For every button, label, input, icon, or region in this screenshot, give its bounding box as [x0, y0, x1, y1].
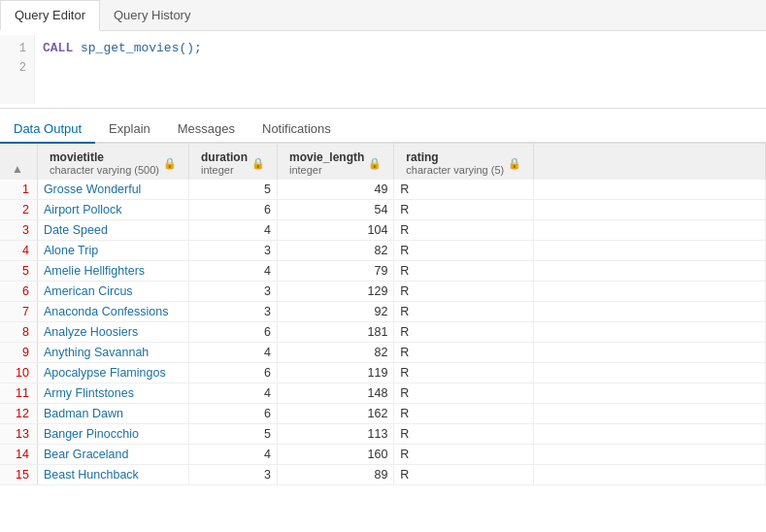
- cell-duration: 3: [189, 282, 278, 302]
- cell-empty: [534, 465, 766, 485]
- cell-movietitle[interactable]: American Circus: [37, 282, 188, 302]
- code-editor[interactable]: CALL sp_get_movies();: [35, 35, 766, 104]
- table-row[interactable]: 13Banger Pinocchio5113R: [0, 424, 766, 445]
- cell-movietitle[interactable]: Alone Trip: [37, 241, 188, 261]
- th-row-num: ▲: [0, 144, 37, 180]
- lock-icon-duration: 🔒: [251, 157, 265, 170]
- cell-duration: 6: [189, 404, 278, 424]
- cell-movietitle[interactable]: Beast Hunchback: [37, 465, 188, 485]
- cell-empty: [534, 261, 766, 282]
- cell-movie-length: 82: [278, 343, 394, 363]
- cell-row-num: 11: [0, 383, 37, 404]
- cell-movie-length: 181: [278, 322, 394, 343]
- cell-movie-length: 119: [278, 363, 394, 383]
- cell-duration: 3: [189, 302, 278, 322]
- tab-query-history[interactable]: Query History: [100, 0, 204, 31]
- cell-rating: R: [394, 322, 534, 343]
- cell-empty: [534, 404, 766, 424]
- cell-movie-length: 92: [278, 302, 394, 322]
- cell-movietitle[interactable]: Bear Graceland: [37, 445, 188, 465]
- table-row[interactable]: 11Army Flintstones4148R: [0, 383, 766, 404]
- table-row[interactable]: 3Date Speed4104R: [0, 220, 766, 241]
- data-output-table-container: ▲ movietitle character varying (500) 🔒: [0, 144, 766, 532]
- cell-movietitle[interactable]: Anything Savannah: [37, 343, 188, 363]
- sort-icon: ▲: [12, 162, 23, 176]
- cell-movietitle[interactable]: Banger Pinocchio: [37, 424, 188, 445]
- cell-movietitle[interactable]: Anaconda Confessions: [37, 302, 188, 322]
- cell-row-num: 14: [0, 445, 37, 465]
- top-tab-bar: Query Editor Query History: [0, 0, 766, 31]
- cell-rating: R: [394, 343, 534, 363]
- th-rating[interactable]: rating character varying (5) 🔒: [394, 144, 534, 180]
- code-line-1: CALL sp_get_movies();: [43, 39, 758, 58]
- th-movie-length-type: integer: [289, 164, 364, 176]
- cell-movietitle[interactable]: Analyze Hoosiers: [37, 322, 188, 343]
- cell-rating: R: [394, 404, 534, 424]
- cell-empty: [534, 424, 766, 445]
- table-row[interactable]: 12Badman Dawn6162R: [0, 404, 766, 424]
- tab-data-output[interactable]: Data Output: [0, 116, 95, 144]
- th-movietitle[interactable]: movietitle character varying (500) 🔒: [37, 144, 188, 180]
- th-duration[interactable]: duration integer 🔒: [189, 144, 278, 180]
- cell-rating: R: [394, 302, 534, 322]
- table-row[interactable]: 4Alone Trip382R: [0, 241, 766, 261]
- table-row[interactable]: 1Grosse Wonderful549R: [0, 180, 766, 200]
- cell-row-num: 1: [0, 180, 37, 200]
- cell-row-num: 5: [0, 261, 37, 282]
- cell-rating: R: [394, 383, 534, 404]
- cell-duration: 5: [189, 424, 278, 445]
- cell-row-num: 10: [0, 363, 37, 383]
- table-row[interactable]: 7Anaconda Confessions392R: [0, 302, 766, 322]
- keyword-call: CALL: [43, 41, 73, 55]
- cell-movietitle[interactable]: Badman Dawn: [37, 404, 188, 424]
- cell-row-num: 12: [0, 404, 37, 424]
- bottom-tab-bar: Data Output Explain Messages Notificatio…: [0, 109, 766, 144]
- table-row[interactable]: 8Analyze Hoosiers6181R: [0, 322, 766, 343]
- cell-row-num: 15: [0, 465, 37, 485]
- table-row[interactable]: 2Airport Pollock654R: [0, 200, 766, 220]
- cell-movie-length: 49: [278, 180, 394, 200]
- cell-empty: [534, 445, 766, 465]
- tab-explain[interactable]: Explain: [95, 116, 164, 144]
- cell-movie-length: 148: [278, 383, 394, 404]
- tab-notifications[interactable]: Notifications: [249, 116, 345, 144]
- cell-empty: [534, 322, 766, 343]
- table-row[interactable]: 9Anything Savannah482R: [0, 343, 766, 363]
- lock-icon-movietitle: 🔒: [163, 157, 177, 170]
- cell-empty: [534, 363, 766, 383]
- table-row[interactable]: 6American Circus3129R: [0, 282, 766, 302]
- cell-movietitle[interactable]: Amelie Hellfighters: [37, 261, 188, 282]
- cell-duration: 6: [189, 363, 278, 383]
- cell-movietitle[interactable]: Airport Pollock: [37, 200, 188, 220]
- tab-messages[interactable]: Messages: [164, 116, 249, 144]
- cell-empty: [534, 220, 766, 241]
- editor-area: 1 2 CALL sp_get_movies();: [0, 31, 766, 109]
- cell-duration: 4: [189, 343, 278, 363]
- table-row[interactable]: 5Amelie Hellfighters479R: [0, 261, 766, 282]
- cell-movietitle[interactable]: Grosse Wonderful: [37, 180, 188, 200]
- cell-movietitle[interactable]: Date Speed: [37, 220, 188, 241]
- th-movie-length-name: movie_length: [289, 150, 364, 164]
- cell-duration: 3: [189, 241, 278, 261]
- cell-movie-length: 129: [278, 282, 394, 302]
- th-rating-name: rating: [406, 150, 504, 164]
- line-numbers: 1 2: [0, 35, 35, 104]
- cell-rating: R: [394, 241, 534, 261]
- cell-movietitle[interactable]: Apocalypse Flamingos: [37, 363, 188, 383]
- cell-movietitle[interactable]: Army Flintstones: [37, 383, 188, 404]
- cell-row-num: 4: [0, 241, 37, 261]
- table-body: 1Grosse Wonderful549R2Airport Pollock654…: [0, 180, 766, 485]
- func-call: sp_get_movies();: [73, 41, 202, 55]
- cell-rating: R: [394, 261, 534, 282]
- table-header-row: ▲ movietitle character varying (500) 🔒: [0, 144, 766, 180]
- table-row[interactable]: 14Bear Graceland4160R: [0, 445, 766, 465]
- cell-row-num: 7: [0, 302, 37, 322]
- cell-rating: R: [394, 363, 534, 383]
- cell-rating: R: [394, 282, 534, 302]
- cell-movie-length: 113: [278, 424, 394, 445]
- th-movie-length[interactable]: movie_length integer 🔒: [278, 144, 394, 180]
- tab-query-editor[interactable]: Query Editor: [0, 0, 100, 31]
- table-row[interactable]: 15Beast Hunchback389R: [0, 465, 766, 485]
- table-row[interactable]: 10Apocalypse Flamingos6119R: [0, 363, 766, 383]
- cell-rating: R: [394, 220, 534, 241]
